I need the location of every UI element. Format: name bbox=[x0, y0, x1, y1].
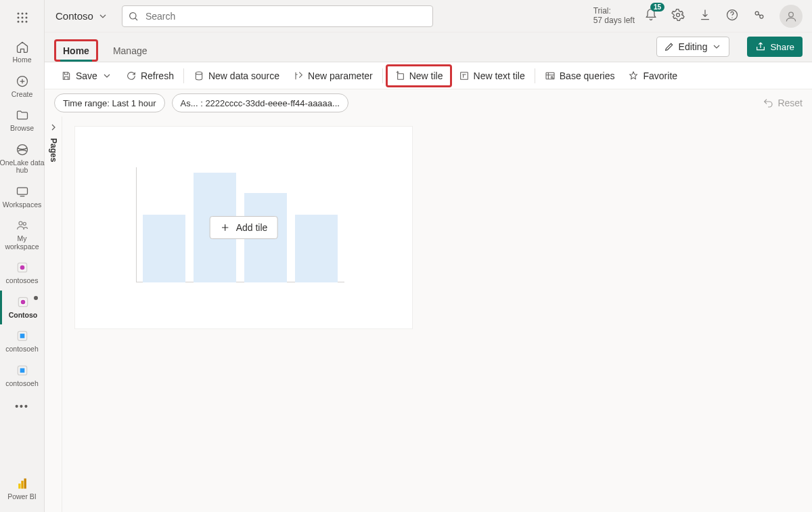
new-parameter-button[interactable]: New parameter bbox=[286, 62, 380, 89]
svg-point-6 bbox=[17, 21, 19, 23]
rail-item-contosoes[interactable]: contosoes bbox=[0, 256, 45, 291]
dashboard-canvas[interactable]: Add tile bbox=[62, 116, 812, 512]
reset-button[interactable]: Reset bbox=[763, 98, 803, 108]
filter-bar: Time range: Last 1 hour As... : 2222cccc… bbox=[45, 89, 812, 116]
rail-item-contoso[interactable]: Contoso bbox=[0, 291, 45, 325]
svg-point-5 bbox=[25, 17, 27, 19]
tool-label: Favorite bbox=[643, 70, 677, 81]
tab-home[interactable]: Home bbox=[54, 39, 98, 62]
rail-item-onelake[interactable]: OneLake data hub bbox=[0, 138, 45, 180]
tool-label: Refresh bbox=[141, 70, 174, 81]
svg-rect-33 bbox=[397, 73, 403, 79]
svg-rect-24 bbox=[24, 479, 26, 489]
folder-icon bbox=[15, 108, 30, 123]
waffle-icon bbox=[16, 12, 28, 24]
rail-item-create[interactable]: Create bbox=[0, 70, 45, 104]
workspace-switcher[interactable]: Contoso bbox=[51, 7, 112, 24]
download-icon bbox=[698, 8, 712, 22]
rail-label: Home bbox=[12, 56, 31, 64]
rail-label: Browse bbox=[10, 125, 34, 133]
chevron-down-icon bbox=[97, 11, 108, 22]
search-input[interactable] bbox=[144, 10, 427, 22]
refresh-icon bbox=[126, 70, 137, 81]
base-queries-button[interactable]: Base queries bbox=[538, 62, 622, 89]
workspace-item-icon bbox=[15, 328, 30, 343]
svg-rect-11 bbox=[17, 188, 27, 194]
pages-pane-collapsed[interactable]: Pages bbox=[45, 116, 62, 512]
svg-rect-23 bbox=[21, 481, 23, 489]
tool-label: New text tile bbox=[474, 70, 525, 81]
feedback-button[interactable] bbox=[752, 8, 766, 24]
search-box[interactable] bbox=[122, 5, 433, 27]
editing-mode-button[interactable]: Editing bbox=[656, 37, 730, 57]
workspace-item-icon bbox=[15, 260, 30, 275]
rail-label: contosoeh bbox=[5, 380, 38, 388]
svg-point-15 bbox=[20, 265, 24, 270]
person-icon bbox=[784, 9, 798, 23]
workspaces-icon bbox=[15, 184, 30, 199]
parameter-icon bbox=[293, 70, 304, 81]
new-tile-button[interactable]: New tile bbox=[386, 64, 452, 87]
tool-label: Base queries bbox=[560, 70, 615, 81]
account-avatar[interactable] bbox=[780, 5, 803, 28]
help-button[interactable] bbox=[725, 8, 739, 24]
command-toolbar: Save Refresh New data source New paramet… bbox=[45, 62, 812, 89]
refresh-button[interactable]: Refresh bbox=[119, 62, 181, 89]
share-button[interactable]: Share bbox=[747, 37, 803, 57]
trial-line2: 57 days left bbox=[593, 16, 635, 26]
download-button[interactable] bbox=[698, 8, 712, 24]
svg-rect-19 bbox=[20, 334, 24, 339]
canvas-area: Pages Add tile bbox=[45, 116, 812, 512]
tool-label: New tile bbox=[409, 70, 443, 81]
people-icon bbox=[15, 218, 30, 233]
rail-label: OneLake data hub bbox=[0, 159, 45, 175]
svg-point-26 bbox=[677, 14, 680, 17]
queries-icon bbox=[545, 70, 556, 81]
notifications-button[interactable]: 15 bbox=[644, 8, 658, 24]
app-launcher-button[interactable] bbox=[9, 4, 36, 31]
rail-item-contosoeh-2[interactable]: contosoeh bbox=[0, 359, 45, 393]
add-tile-button[interactable]: Add tile bbox=[210, 216, 278, 239]
settings-button[interactable] bbox=[671, 8, 685, 24]
home-icon bbox=[15, 39, 30, 54]
tool-label: Save bbox=[76, 70, 97, 81]
star-icon bbox=[628, 70, 639, 81]
rail-item-workspaces[interactable]: Workspaces bbox=[0, 180, 45, 215]
time-range-pill[interactable]: Time range: Last 1 hour bbox=[54, 93, 165, 112]
rail-item-home[interactable]: Home bbox=[0, 35, 45, 70]
top-app-bar: Contoso Trial: 57 days left 15 bbox=[45, 0, 812, 33]
rail-item-powerbi[interactable]: Power BI bbox=[0, 472, 45, 507]
database-icon bbox=[194, 70, 204, 81]
new-data-source-button[interactable]: New data source bbox=[187, 62, 286, 89]
svg-point-36 bbox=[551, 76, 553, 78]
rail-label: Workspaces bbox=[3, 201, 42, 209]
toolbar-divider bbox=[535, 68, 535, 83]
rail-more-button[interactable]: ••• bbox=[12, 396, 32, 417]
svg-point-7 bbox=[21, 21, 23, 23]
svg-point-28 bbox=[731, 18, 732, 18]
placeholder-tile[interactable]: Add tile bbox=[74, 126, 413, 329]
tool-label: New parameter bbox=[308, 70, 373, 81]
svg-point-12 bbox=[19, 221, 22, 225]
tab-manage[interactable]: Manage bbox=[110, 39, 150, 62]
notification-badge: 15 bbox=[650, 3, 664, 12]
tile-add-icon bbox=[394, 70, 405, 81]
save-icon bbox=[61, 70, 72, 81]
rail-item-browse[interactable]: Browse bbox=[0, 104, 45, 138]
new-text-tile-button[interactable]: New text tile bbox=[452, 62, 532, 89]
rail-label: Power BI bbox=[7, 493, 37, 501]
add-tile-label: Add tile bbox=[236, 222, 268, 233]
parameter-pill[interactable]: As... : 2222cccc-33dd-eeee-ff44-aaaaa... bbox=[172, 93, 348, 112]
favorite-button[interactable]: Favorite bbox=[621, 62, 684, 89]
pages-label: Pages bbox=[49, 138, 58, 162]
rail-label: My workspace bbox=[0, 235, 45, 251]
rail-item-my-workspace[interactable]: My workspace bbox=[0, 214, 45, 256]
rail-label: contosoeh bbox=[5, 345, 38, 354]
toolbar-divider bbox=[382, 68, 383, 83]
save-button[interactable]: Save bbox=[54, 62, 119, 89]
svg-point-1 bbox=[21, 13, 23, 15]
svg-point-4 bbox=[21, 17, 23, 19]
share-icon bbox=[755, 41, 766, 52]
rail-item-contosoeh-1[interactable]: contosoeh bbox=[0, 324, 45, 359]
svg-point-25 bbox=[130, 12, 136, 18]
